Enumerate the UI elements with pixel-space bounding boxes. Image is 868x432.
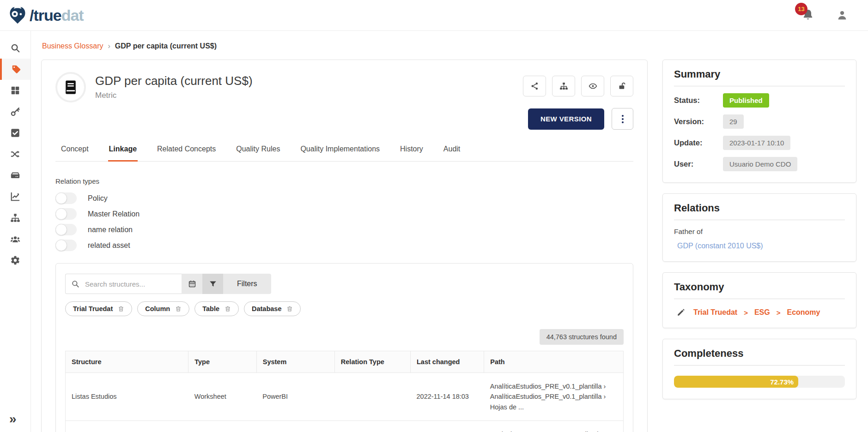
taxonomy-panel: Taxonomy Trial Truedat > ESG > Economy bbox=[662, 272, 856, 328]
structures-panel: Filters Trial Truedat Column Table bbox=[55, 263, 633, 432]
eye-icon bbox=[589, 82, 597, 90]
tab-linkage[interactable]: Linkage bbox=[108, 141, 138, 162]
structures-search-row: Filters bbox=[65, 274, 624, 294]
sidebar-item-glossary[interactable] bbox=[0, 59, 30, 80]
breadcrumb: Business Glossary › GDP per capita (curr… bbox=[42, 42, 856, 50]
column-header-relation-type[interactable]: Relation Type bbox=[334, 351, 410, 373]
table-header-row: Structure Type System Relation Type Last… bbox=[66, 351, 624, 373]
version-badge: 29 bbox=[723, 114, 744, 129]
search-structures-input[interactable] bbox=[84, 280, 176, 288]
notification-count-badge: 13 bbox=[795, 3, 807, 15]
toggle-related-asset[interactable] bbox=[55, 240, 77, 251]
taxonomy-link-child[interactable]: Economy bbox=[787, 308, 820, 317]
filter-chip-trial-truedat[interactable]: Trial Truedat bbox=[65, 301, 132, 316]
summary-row-version: Version: 29 bbox=[674, 114, 845, 129]
truedat-logo[interactable]: /truedat bbox=[7, 5, 84, 25]
calendar-icon bbox=[188, 280, 196, 288]
page-content: Business Glossary › GDP per capita (curr… bbox=[31, 31, 868, 432]
sidebar-item-access[interactable] bbox=[0, 101, 30, 122]
column-header-structure[interactable]: Structure bbox=[66, 351, 188, 373]
search-box bbox=[65, 274, 182, 294]
chip-label: Table bbox=[202, 305, 219, 312]
relation-types-label: Relation types bbox=[55, 177, 633, 185]
check-square-icon bbox=[10, 128, 20, 138]
watch-button[interactable] bbox=[581, 76, 604, 96]
filter-chip-table[interactable]: Table bbox=[194, 301, 239, 316]
cell-relation-type bbox=[334, 373, 410, 421]
active-filter-chips: Trial Truedat Column Table Database bbox=[65, 301, 624, 316]
permissions-button[interactable] bbox=[610, 76, 633, 96]
concept-avatar bbox=[55, 72, 86, 102]
tab-quality-implementations[interactable]: Quality Implementations bbox=[299, 141, 381, 161]
filters-button[interactable]: Filters bbox=[223, 274, 271, 294]
taxonomy-link-subdomain[interactable]: ESG bbox=[754, 308, 770, 317]
relation-type-row: related asset bbox=[55, 240, 633, 251]
share-button[interactable] bbox=[523, 76, 546, 96]
cell-type: measure bbox=[188, 421, 256, 432]
chip-label: Column bbox=[145, 305, 170, 312]
cell-last-changed: 2022-11-14 18:03 bbox=[411, 373, 484, 421]
unlock-icon bbox=[618, 82, 626, 90]
date-filter-button[interactable] bbox=[182, 274, 202, 294]
sidebar-item-domains[interactable] bbox=[0, 207, 30, 228]
structures-table: Structure Type System Relation Type Last… bbox=[65, 351, 624, 432]
related-concept-link[interactable]: GDP (constant 2010 US$) bbox=[674, 242, 845, 250]
notifications-button[interactable]: 13 bbox=[801, 8, 815, 22]
cell-structure: Listas Estudios bbox=[66, 373, 188, 421]
shuffle-icon bbox=[10, 149, 20, 159]
column-header-path[interactable]: Path bbox=[484, 351, 624, 373]
toggle-policy[interactable] bbox=[55, 192, 77, 204]
taxonomy-path: Trial Truedat > ESG > Economy bbox=[693, 308, 820, 317]
page-title: GDP per capita (current US$) bbox=[95, 74, 253, 88]
trash-icon[interactable] bbox=[225, 306, 231, 312]
concept-action-buttons bbox=[523, 76, 633, 96]
trash-icon[interactable] bbox=[118, 306, 124, 312]
filter-chip-column[interactable]: Column bbox=[137, 301, 189, 316]
table-row[interactable]: Listas Estudios Worksheet PowerBI 2022-1… bbox=[66, 373, 624, 421]
funnel-icon bbox=[209, 280, 217, 288]
tab-quality-rules[interactable]: Quality Rules bbox=[235, 141, 281, 161]
user-badge: Usuario Demo CDO bbox=[723, 157, 797, 171]
structures-found-badge: 44,763 structures found bbox=[540, 329, 624, 345]
sidebar-item-quality[interactable] bbox=[0, 122, 30, 144]
owl-logo-icon bbox=[7, 5, 28, 25]
table-row[interactable]: # Loans measure Tableau 2020-02-18 09:38… bbox=[66, 421, 624, 432]
sidebar-item-catalog[interactable] bbox=[0, 80, 30, 101]
sitemap-icon bbox=[559, 82, 568, 90]
sidebar-item-users[interactable] bbox=[0, 228, 30, 250]
user-icon bbox=[836, 9, 849, 22]
toggle-master-relation[interactable] bbox=[55, 208, 77, 220]
column-header-system[interactable]: System bbox=[256, 351, 334, 373]
sidebar-item-settings[interactable] bbox=[0, 250, 30, 271]
sidebar-item-dashboards[interactable] bbox=[0, 186, 30, 207]
column-header-last-changed[interactable]: Last changed bbox=[411, 351, 484, 373]
filter-chip-database[interactable]: Database bbox=[244, 301, 301, 316]
toggle-name-relation[interactable] bbox=[55, 224, 77, 235]
tab-audit[interactable]: Audit bbox=[443, 141, 461, 161]
cell-path: Marketing SRP › DMV MKT Application Deta… bbox=[484, 421, 624, 432]
share-icon bbox=[530, 82, 539, 90]
trash-icon[interactable] bbox=[286, 306, 293, 312]
top-bar: /truedat 13 bbox=[0, 0, 868, 31]
new-version-button[interactable]: NEW VERSION bbox=[528, 108, 604, 130]
relation-type-label: Policy bbox=[88, 194, 108, 203]
tab-history[interactable]: History bbox=[399, 141, 424, 161]
sidebar-item-lineage[interactable] bbox=[0, 144, 30, 165]
relation-group-label: Father of bbox=[674, 228, 845, 236]
column-header-type[interactable]: Type bbox=[188, 351, 256, 373]
sidebar-item-systems[interactable] bbox=[0, 165, 30, 186]
tab-concept[interactable]: Concept bbox=[60, 141, 90, 161]
search-icon bbox=[71, 280, 79, 288]
sidebar-expand-button[interactable]: » bbox=[0, 413, 30, 432]
domain-tree-button[interactable] bbox=[552, 76, 575, 96]
more-options-button[interactable] bbox=[612, 108, 633, 130]
summary-label: Status: bbox=[674, 96, 723, 105]
user-menu-button[interactable] bbox=[836, 9, 849, 22]
filter-toggle-button[interactable] bbox=[202, 274, 223, 294]
breadcrumb-business-glossary[interactable]: Business Glossary bbox=[42, 42, 103, 50]
tab-related-concepts[interactable]: Related Concepts bbox=[156, 141, 217, 161]
pencil-icon[interactable] bbox=[677, 308, 685, 317]
trash-icon[interactable] bbox=[175, 306, 182, 312]
taxonomy-link-domain[interactable]: Trial Truedat bbox=[693, 308, 737, 317]
sidebar-item-search[interactable] bbox=[0, 37, 30, 59]
